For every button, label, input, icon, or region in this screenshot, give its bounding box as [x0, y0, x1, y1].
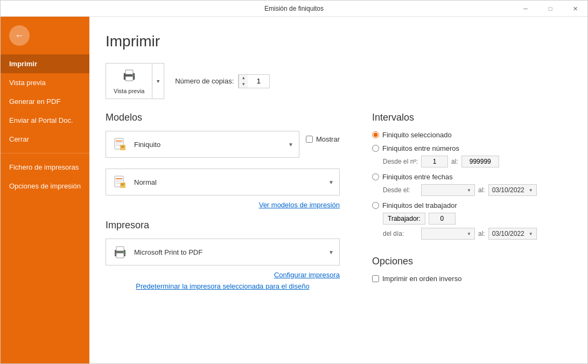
del-dia-al-label: al:: [478, 230, 485, 237]
model2-label: Normal: [134, 178, 328, 186]
radio-finiquitos-fechas-label: Finiquitos entre fechas: [382, 173, 453, 181]
svg-rect-1: [125, 70, 133, 74]
copies-spinner: ▲ ▼: [239, 75, 248, 88]
svg-rect-2: [125, 76, 133, 81]
sidebar-item-opciones-impresion-label: Opciones de impresión: [9, 182, 81, 190]
title-bar: Emisión de finiquitos ─ □ ✕: [1, 1, 587, 17]
copies-increment-button[interactable]: ▲: [239, 75, 248, 81]
intervalos-section: Intervalos Finiquito seleccionado: [372, 112, 566, 240]
del-dia-dropdown[interactable]: ▼: [421, 228, 475, 240]
desde-n-input[interactable]: [421, 156, 448, 167]
impresora-section: Impresora Microsoft Print to PDF: [106, 220, 340, 290]
sidebar-item-generar-pdf-label: Generar en PDF: [9, 97, 60, 106]
svg-rect-15: [116, 181, 121, 182]
two-column-layout: Modelos: [106, 112, 566, 290]
del-dia-label: del día:: [383, 230, 418, 237]
sidebar-item-cerrar[interactable]: Cerrar: [1, 130, 89, 149]
svg-rect-19: [121, 185, 124, 185]
preview-button-container: Vista previa ▼: [106, 63, 164, 99]
show-checkbox-row: Mostrar: [305, 135, 340, 143]
show-checkbox[interactable]: [306, 136, 313, 143]
trabajador-button[interactable]: Trabajador:: [383, 213, 425, 225]
copies-input[interactable]: [248, 75, 269, 88]
radio-finiquitos-numeros-label: Finiquitos entre números: [382, 144, 459, 152]
minimize-button[interactable]: ─: [513, 1, 538, 17]
desde-n-label: Desde el nº:: [383, 158, 418, 165]
desde-fecha-dropdown-arrow-icon: ▼: [467, 188, 471, 193]
content-area: Imprimir Vista previa: [89, 17, 587, 363]
opciones-section: Opciones Imprimir en orden inverso: [372, 256, 566, 283]
intervalos-title: Intervalos: [372, 112, 566, 123]
window-controls: ─ □ ✕: [513, 1, 587, 17]
page-title: Imprimir: [106, 33, 566, 50]
vista-previa-button[interactable]: Vista previa: [106, 64, 152, 99]
radio-finiquito-seleccionado[interactable]: [372, 131, 379, 138]
sidebar: ← Imprimir Vista previa Generar en PDF E…: [1, 17, 89, 363]
desde-fecha-dropdown[interactable]: ▼: [421, 184, 475, 196]
copies-decrement-button[interactable]: ▼: [239, 81, 248, 88]
del-dia-al-dropdown[interactable]: 03/10/2022 ▼: [488, 228, 537, 240]
model2-icon: [111, 173, 129, 191]
al-fecha-dropdown[interactable]: 03/10/2022 ▼: [488, 184, 537, 196]
radio-finiquitos-trabajador-label: Finiquitos del trabajador: [382, 201, 457, 209]
sidebar-item-fichero-impresoras[interactable]: Fichero de impresoras: [1, 158, 89, 177]
sidebar-item-imprimir-label: Imprimir: [9, 60, 37, 68]
svg-rect-5: [116, 141, 122, 142]
radio-row-finiquitos-fechas: Finiquitos entre fechas Desde el: ▼ al:: [372, 173, 566, 196]
vista-previa-button-label: Vista previa: [114, 88, 144, 94]
view-models-link[interactable]: Ver modelos de impresión: [106, 201, 340, 209]
model1-label: Finiquito: [134, 141, 288, 149]
al-fecha-dropdown-arrow-icon: ▼: [529, 188, 533, 193]
preview-dropdown-arrow-icon: ▼: [156, 79, 160, 84]
imprimir-orden-inverso-checkbox[interactable]: [372, 275, 379, 282]
printer-dropdown-arrow-icon: ▼: [328, 249, 334, 255]
set-default-printer-link[interactable]: Predeterminar la impresora seleccionada …: [106, 282, 340, 290]
radio-finiquitos-fechas[interactable]: [372, 173, 379, 180]
sidebar-item-generar-pdf[interactable]: Generar en PDF: [1, 92, 89, 111]
sidebar-item-vista-previa[interactable]: Vista previa: [1, 73, 89, 92]
svg-rect-7: [116, 144, 121, 144]
copies-label: Número de copias:: [175, 77, 234, 85]
radio-finiquitos-numeros[interactable]: [372, 145, 379, 152]
svg-rect-6: [116, 142, 122, 143]
radio-finiquitos-trabajador[interactable]: [372, 202, 379, 209]
configure-printer-link[interactable]: Configurar impresora: [106, 271, 340, 279]
copies-section: Número de copias: ▲ ▼: [175, 74, 270, 88]
svg-rect-21: [116, 247, 124, 251]
al-n-input[interactable]: [461, 156, 499, 167]
radio-row-finiquitos-trabajador: Finiquitos del trabajador Trabajador: de…: [372, 201, 566, 240]
back-button[interactable]: ←: [6, 22, 33, 49]
sidebar-item-cerrar-label: Cerrar: [9, 135, 29, 143]
trabajador-input[interactable]: [429, 213, 456, 225]
al-n-label: al:: [451, 158, 458, 165]
opciones-title: Opciones: [372, 256, 566, 267]
model1-dropdown[interactable]: Finiquito ▼: [106, 131, 299, 158]
svg-point-3: [132, 75, 134, 76]
printer-label: Microsoft Print to PDF: [134, 248, 328, 256]
sidebar-item-imprimir[interactable]: Imprimir: [1, 54, 89, 73]
app-window: Emisión de finiquitos ─ □ ✕ ← Imprimir V…: [0, 0, 588, 364]
del-dia-al-dropdown-arrow-icon: ▼: [529, 232, 533, 236]
restore-button[interactable]: □: [538, 1, 563, 17]
printer-icon: [111, 243, 129, 261]
left-column: Modelos: [106, 112, 340, 290]
finiquitos-numeros-sub-row: Desde el nº: al:: [372, 156, 566, 167]
window-title: Emisión de finiquitos: [264, 5, 324, 12]
imprimir-orden-inverso-row: Imprimir en orden inverso: [372, 275, 566, 283]
svg-rect-10: [121, 146, 124, 146]
sidebar-item-enviar-portal-label: Enviar al Portal Doc.: [9, 116, 73, 124]
preview-dropdown-button[interactable]: ▼: [152, 64, 164, 99]
imprimir-orden-inverso-label: Imprimir en orden inverso: [382, 275, 461, 283]
svg-point-23: [123, 251, 125, 253]
sidebar-item-enviar-portal[interactable]: Enviar al Portal Doc.: [1, 111, 89, 130]
right-column: Intervalos Finiquito seleccionado: [372, 112, 566, 290]
del-dia-al-value: 03/10/2022: [492, 230, 524, 237]
svg-rect-11: [121, 147, 124, 148]
sidebar-item-opciones-impresion[interactable]: Opciones de impresión: [1, 177, 89, 195]
preview-section: Vista previa ▼ Número de copias: ▲ ▼: [106, 63, 566, 99]
close-button[interactable]: ✕: [563, 1, 587, 17]
printer-dropdown[interactable]: Microsoft Print to PDF ▼: [106, 239, 340, 265]
model1-icon: [111, 136, 129, 153]
model2-dropdown[interactable]: Normal ▼: [106, 169, 340, 195]
main-layout: ← Imprimir Vista previa Generar en PDF E…: [1, 17, 587, 363]
